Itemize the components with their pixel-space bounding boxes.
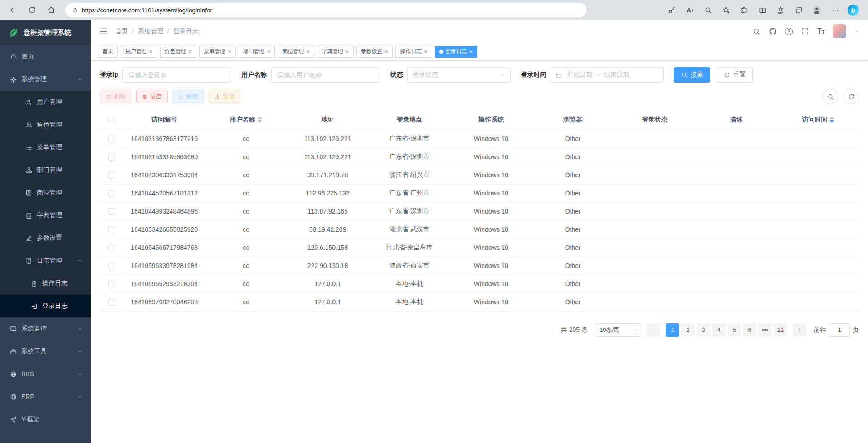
status-select[interactable]: 登录状态 bbox=[407, 67, 511, 83]
browser-profile-icon[interactable] bbox=[808, 2, 825, 18]
password-key-icon[interactable] bbox=[663, 2, 680, 18]
sort-icon[interactable] bbox=[829, 117, 834, 123]
extensions-icon[interactable] bbox=[736, 2, 753, 18]
next-page-button[interactable] bbox=[793, 323, 806, 337]
header-search-icon[interactable] bbox=[752, 27, 761, 35]
sidebar-item[interactable]: 系统管理 bbox=[0, 68, 91, 91]
page-button[interactable]: 21 bbox=[774, 323, 787, 337]
close-icon[interactable]: × bbox=[346, 49, 349, 54]
tab[interactable]: 首页 bbox=[98, 46, 118, 58]
sidebar-item[interactable]: 字典管理 bbox=[0, 204, 91, 227]
row-checkbox[interactable] bbox=[108, 136, 115, 142]
close-icon[interactable]: × bbox=[469, 49, 473, 54]
sidebar-item[interactable]: 角色管理 bbox=[0, 113, 91, 136]
tab[interactable]: 登录日志× bbox=[435, 46, 478, 58]
show-search-toggle-icon[interactable] bbox=[823, 89, 838, 104]
tab[interactable]: 参数设置× bbox=[356, 46, 393, 58]
sidebar-item[interactable]: 岗位管理 bbox=[0, 181, 91, 204]
page-size-select[interactable]: 10条/页 bbox=[595, 323, 642, 337]
clear-button[interactable]: 清空 bbox=[136, 90, 168, 103]
fullscreen-icon[interactable] bbox=[801, 27, 809, 35]
row-checkbox[interactable] bbox=[108, 172, 115, 179]
sidebar-item[interactable]: 日志管理 bbox=[0, 249, 91, 272]
address-bar[interactable]: https://ccnetcore.com:1101/system/log/lo… bbox=[65, 3, 587, 17]
sidebar-item[interactable]: ERP bbox=[0, 385, 91, 408]
select-all-checkbox[interactable] bbox=[108, 117, 115, 123]
app-logo[interactable]: 意框架管理系统 bbox=[0, 20, 91, 45]
unlock-button[interactable]: 解锁 bbox=[172, 90, 204, 103]
more-pages-button[interactable]: ••• bbox=[758, 323, 772, 337]
row-checkbox[interactable] bbox=[108, 244, 115, 251]
font-size-icon[interactable]: TT bbox=[817, 28, 824, 35]
sidebar-item[interactable]: 操作日志 bbox=[0, 272, 91, 295]
favorites-bar-icon[interactable] bbox=[772, 2, 789, 18]
browser-home-button[interactable] bbox=[43, 2, 60, 18]
read-aloud-icon[interactable]: A) bbox=[681, 2, 698, 18]
sidebar-item[interactable]: 参数设置 bbox=[0, 227, 91, 249]
url-text[interactable]: https://ccnetcore.com:1101/system/log/lo… bbox=[82, 7, 212, 14]
sidebar-item[interactable]: 系统监控 bbox=[0, 317, 91, 340]
browser-back-button[interactable] bbox=[5, 2, 22, 18]
close-icon[interactable]: × bbox=[385, 49, 389, 54]
tab[interactable]: 角色管理× bbox=[160, 46, 197, 58]
close-icon[interactable]: × bbox=[267, 49, 271, 54]
copilot-icon[interactable]: b bbox=[844, 2, 862, 18]
row-checkbox[interactable] bbox=[108, 190, 115, 197]
sidebar-toggle-icon[interactable] bbox=[99, 27, 108, 36]
user-avatar[interactable] bbox=[833, 24, 846, 38]
sidebar-item[interactable]: Yi框架 bbox=[0, 408, 91, 431]
tab[interactable]: 操作日志× bbox=[395, 46, 432, 58]
close-icon[interactable]: × bbox=[228, 49, 231, 54]
browser-menu-icon[interactable] bbox=[826, 2, 844, 18]
sidebar-item[interactable]: 部门管理 bbox=[0, 159, 91, 181]
tab[interactable]: 用户管理× bbox=[121, 46, 157, 58]
add-favorite-icon[interactable] bbox=[717, 2, 735, 18]
help-icon[interactable]: ? bbox=[785, 28, 793, 35]
site-permissions-icon[interactable] bbox=[72, 7, 78, 13]
sidebar-item[interactable]: 菜单管理 bbox=[0, 136, 91, 159]
page-button[interactable]: 3 bbox=[697, 323, 710, 337]
row-checkbox[interactable] bbox=[108, 208, 115, 215]
close-icon[interactable]: × bbox=[306, 49, 310, 54]
close-icon[interactable]: × bbox=[424, 49, 428, 54]
close-icon[interactable]: × bbox=[189, 49, 192, 54]
row-checkbox[interactable] bbox=[108, 263, 115, 269]
breadcrumb-home[interactable]: 首页 bbox=[115, 27, 128, 35]
sidebar-item[interactable]: 用户管理 bbox=[0, 91, 91, 113]
export-button[interactable]: 导出 bbox=[209, 90, 240, 103]
row-checkbox[interactable] bbox=[108, 299, 115, 306]
split-screen-icon[interactable] bbox=[754, 2, 771, 18]
page-button[interactable]: 5 bbox=[727, 323, 741, 337]
row-checkbox[interactable] bbox=[108, 226, 115, 233]
breadcrumb-system[interactable]: 系统管理 bbox=[138, 27, 163, 35]
page-button[interactable]: 4 bbox=[712, 323, 726, 337]
github-icon[interactable] bbox=[769, 27, 777, 35]
login-ip-input[interactable] bbox=[122, 67, 231, 83]
search-button[interactable]: 搜索 bbox=[674, 67, 710, 83]
prev-page-button[interactable] bbox=[647, 323, 660, 337]
sidebar-item[interactable]: 系统工具 bbox=[0, 340, 91, 363]
refresh-table-icon[interactable] bbox=[844, 89, 859, 104]
tab[interactable]: 部门管理× bbox=[239, 46, 275, 58]
row-checkbox[interactable] bbox=[108, 281, 115, 287]
sidebar-item[interactable]: 首页 bbox=[0, 45, 91, 68]
user-menu-chevron-icon[interactable] bbox=[854, 29, 860, 34]
delete-button[interactable]: 删除 bbox=[100, 90, 132, 103]
zoom-out-icon[interactable] bbox=[699, 2, 717, 18]
row-checkbox[interactable] bbox=[108, 154, 115, 161]
column-header[interactable]: 用户名称 bbox=[205, 110, 287, 130]
sidebar-item[interactable]: BBS bbox=[0, 363, 91, 385]
sidebar-item[interactable]: 登录日志 bbox=[0, 295, 91, 317]
page-button[interactable]: 2 bbox=[681, 323, 695, 337]
tab[interactable]: 岗位管理× bbox=[278, 46, 314, 58]
sort-icon[interactable] bbox=[258, 117, 262, 123]
reset-button[interactable]: 重置 bbox=[717, 67, 753, 83]
close-icon[interactable]: × bbox=[149, 49, 153, 54]
user-name-input[interactable] bbox=[271, 67, 380, 83]
page-button[interactable]: 6 bbox=[743, 323, 756, 337]
browser-refresh-button[interactable] bbox=[24, 2, 41, 18]
page-button[interactable]: 1 bbox=[666, 323, 679, 337]
column-header[interactable]: 访问时间 bbox=[777, 110, 859, 130]
date-range-picker[interactable]: 开始日期 - 结束日期 bbox=[551, 67, 664, 83]
goto-page-input[interactable] bbox=[829, 323, 850, 337]
